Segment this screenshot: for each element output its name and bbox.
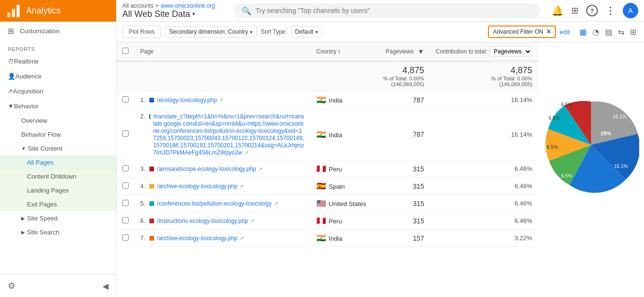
row-page-cell: 1./ecology-toxicology.php↗ <box>134 91 311 109</box>
apps-icon[interactable]: ⊞ <box>571 5 578 16</box>
pie-gray-label: 29% <box>601 130 611 136</box>
search-input[interactable] <box>255 7 532 14</box>
pivot-view-icon[interactable]: ⊞ <box>628 26 638 38</box>
sidebar-item-acquisition[interactable]: ↗ Acquisition <box>0 84 116 99</box>
svg-rect-0 <box>7 13 10 17</box>
account-dropdown-arrow[interactable]: ▾ <box>192 11 195 17</box>
row-pageviews-value: 315 <box>413 200 424 207</box>
country-flag: 🇪🇸 <box>316 182 326 190</box>
view-icons: ▦ ◔ ▤ ⇆ ⊞ <box>578 26 638 38</box>
country-flag: 🇮🇳 <box>316 96 326 104</box>
country-flag: 🇮🇳 <box>316 234 326 242</box>
avatar[interactable]: A <box>623 3 638 18</box>
row-page-link[interactable]: /translate_c?depth=1&hl=hi&nv=1&prev=sea… <box>153 113 304 156</box>
totals-pageviews2-value: 4,875 <box>436 65 532 76</box>
row-checkbox[interactable] <box>122 182 129 189</box>
notifications-icon[interactable]: 🔔 <box>552 5 564 16</box>
totals-contribution-cell: 4,875 % of Total: 0.00% (146,069,005) <box>430 61 538 91</box>
sidebar-item-content-drilldown[interactable]: Content Drilldown <box>0 169 116 183</box>
row-pageviews-cell: 157 <box>372 230 430 247</box>
row-contribution-value: 6.46% <box>514 217 532 224</box>
content-drilldown-label: Content Drilldown <box>27 173 77 180</box>
breadcrumb-link[interactable]: www.omicsonline.org <box>161 2 215 9</box>
sidebar-item-landing-pages[interactable]: Landing Pages <box>0 183 116 197</box>
row-checkbox[interactable] <box>122 234 129 241</box>
row-page-cell: 4./archive-ecology-toxicology.php↗ <box>134 178 311 195</box>
pie-label-4: 6.5% <box>547 144 558 150</box>
row-page-link[interactable]: /aimsandscope-ecology-toxicology.php <box>157 166 256 172</box>
pie-label-1: 16.1% <box>613 114 626 119</box>
row-number: 1. <box>140 96 145 103</box>
comparison-view-icon[interactable]: ⇆ <box>616 26 626 38</box>
row-checkbox[interactable] <box>122 165 129 171</box>
sidebar-item-behavior-flow[interactable]: Behavior Flow <box>0 128 116 142</box>
analytics-logo-icon <box>6 3 21 19</box>
row-number: 4. <box>140 182 145 190</box>
row-checkbox[interactable] <box>122 200 129 206</box>
pie-view-icon[interactable]: ◔ <box>591 26 601 38</box>
toolbar: Plot Rows Secondary dimension: Country ▾… <box>117 22 644 42</box>
filter-close-button[interactable]: ✕ <box>546 28 551 35</box>
row-page-link[interactable]: /archive-ecology-toxicology.php <box>157 235 237 242</box>
sidebar-item-customization[interactable]: ⊞ Customization <box>0 22 116 40</box>
row-pageviews-cell: 315 <box>372 212 430 230</box>
row-page-link[interactable]: /archive-ecology-toxicology.php <box>157 183 237 190</box>
row-color-dot <box>149 98 154 103</box>
pageviews-header-label: Pageviews <box>386 48 414 55</box>
help-icon[interactable]: ? <box>586 5 598 16</box>
sidebar-item-behavior[interactable]: ▼ Behavior <box>0 99 116 114</box>
sidebar-item-site-search[interactable]: ▶ Site Search <box>0 225 116 239</box>
row-country-cell: 🇪🇸Spain <box>311 178 372 195</box>
row-checkbox[interactable] <box>122 217 129 223</box>
table-wrapper: Page Country ℹ Pageviews ▼ <box>117 42 538 247</box>
th-contribution: Contribution to total: Pageviews <box>430 42 538 61</box>
row-checkbox[interactable] <box>122 130 129 137</box>
row-pageviews-value: 315 <box>413 165 424 173</box>
sidebar-footer: ⚙ ◀ <box>0 274 116 297</box>
bar-view-icon[interactable]: ▤ <box>603 26 614 38</box>
country-name: India <box>329 97 342 104</box>
behavior-flow-label: Behavior Flow <box>21 131 61 138</box>
filter-edit-button[interactable]: edit <box>560 28 570 36</box>
sidebar-header: Analytics <box>0 0 116 22</box>
secondary-dimension-dropdown[interactable]: Secondary dimension: Country ▾ <box>165 26 257 38</box>
row-page-link[interactable]: /instructions-ecology-toxicology.php <box>157 218 248 224</box>
sidebar-item-audience[interactable]: 👤 Audience <box>0 69 116 84</box>
sidebar-item-site-content[interactable]: ▼ Site Content <box>0 142 116 155</box>
sort-desc-button[interactable]: ▼ <box>418 48 424 55</box>
sidebar-item-exit-pages[interactable]: Exit Pages <box>0 197 116 211</box>
acquisition-label: Acquisition <box>13 88 43 95</box>
more-options-icon[interactable]: ⋮ <box>605 5 615 16</box>
row-checkbox[interactable] <box>122 96 129 103</box>
row-country-cell: 🇮🇳India <box>311 109 372 160</box>
totals-checkbox-cell <box>117 61 134 91</box>
nav-group-audience: 👤 Audience <box>0 69 116 84</box>
site-content-arrow: ▼ <box>21 146 26 151</box>
sidebar-item-site-speed[interactable]: ▶ Site Speed <box>0 211 116 225</box>
account-title: All Web Site Data ▾ <box>122 9 219 19</box>
totals-pct: % of Total: 0.00% <box>378 76 424 81</box>
country-name: Peru <box>329 166 342 173</box>
row-page-link[interactable]: /conferences-list/pollution-ecology-toxi… <box>157 200 272 207</box>
contribution-metric-select[interactable]: Pageviews <box>489 46 532 57</box>
row-pageviews-value: 157 <box>413 234 424 242</box>
row-checkbox-cell <box>117 160 134 178</box>
row-page-link[interactable]: /ecology-toxicology.php <box>157 97 217 103</box>
row-contribution-cell: 16.14% <box>430 91 538 109</box>
sort-default-dropdown[interactable]: Default ▾ <box>291 26 322 38</box>
sidebar-item-overview[interactable]: Overview <box>0 114 116 128</box>
main-content: All accounts > www.omicsonline.org All W… <box>117 0 644 297</box>
sidebar-item-realtime[interactable]: ⏱ Realtime <box>0 54 116 69</box>
collapse-icon[interactable]: ◀ <box>103 282 108 291</box>
table-row: 1./ecology-toxicology.php↗🇮🇳India78716.1… <box>117 91 538 109</box>
select-all-checkbox[interactable] <box>122 48 129 54</box>
external-link-icon: ↗ <box>244 150 249 155</box>
row-checkbox-cell <box>117 91 134 109</box>
row-country-cell: 🇵🇪Peru <box>311 160 372 178</box>
data-view-icon[interactable]: ▦ <box>578 26 589 38</box>
sidebar-item-all-pages[interactable]: All Pages <box>0 155 116 169</box>
row-checkbox-cell <box>117 109 134 160</box>
collapse-sidebar-button[interactable]: ⚙ <box>8 281 15 291</box>
th-page: Page <box>134 42 311 61</box>
plot-rows-button[interactable]: Plot Rows <box>122 26 161 38</box>
